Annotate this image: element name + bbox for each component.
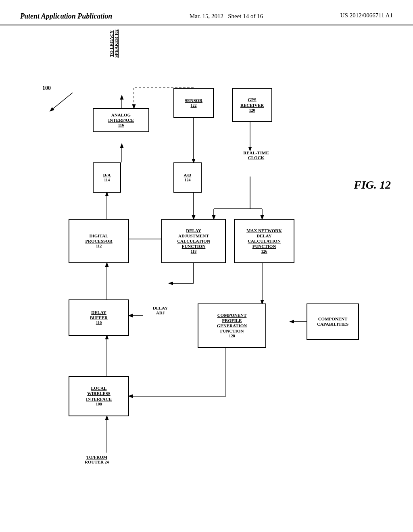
digital-processor-block: DIGITAL PROCESSOR 112	[69, 219, 129, 263]
header-date-sheet: Mar. 15, 2012 Sheet 14 of 16	[190, 12, 263, 21]
gps-receiver-block: GPS RECEIVER 120	[232, 88, 272, 122]
diagram-area: 100 TO LEGACY SPEAKER 102 ANALOG INTERFA…	[0, 25, 413, 517]
header-patent-number: US 2012/0066711 A1	[340, 12, 393, 19]
da-block: D/A 114	[93, 162, 121, 193]
header-publication-type: Patent Application Publication	[20, 12, 112, 21]
svg-line-25	[50, 93, 73, 111]
sensor-block: SENSOR 122	[173, 88, 214, 118]
analog-interface-block: ANALOG INTERFACE 116	[93, 108, 149, 132]
local-wireless-block: LOCAL WIRELESS INTERFACE 108	[69, 376, 129, 416]
ad-block: A/D 124	[173, 162, 202, 193]
delay-adjustment-block: DELAY ADJUSTMENT CALCULATION FUNCTION 11…	[161, 219, 226, 263]
delay-adj-label: DELAY ADJ	[143, 305, 177, 315]
delay-buffer-block: DELAY BUFFER 110	[69, 299, 129, 336]
to-legacy-speaker-label: TO LEGACY SPEAKER 102	[109, 29, 119, 58]
to-from-router-label: TO/FROM ROUTER 24	[85, 455, 109, 464]
page-header: Patent Application Publication Mar. 15, …	[0, 0, 413, 25]
component-profile-block: COMPONENT PROFILE GENERATION FUNCTION 12…	[198, 303, 266, 348]
ref-100-arrow	[48, 91, 81, 115]
real-time-clock-label: REAL-TIME CLOCK	[232, 150, 280, 160]
fig-label: FIG. 12	[354, 179, 391, 191]
component-capabilities-block: COMPONENT CAPABILITIES	[307, 303, 359, 340]
max-network-delay-block: MAX NETWORK DELAY CALCULATION FUNCTION 1…	[234, 219, 294, 263]
